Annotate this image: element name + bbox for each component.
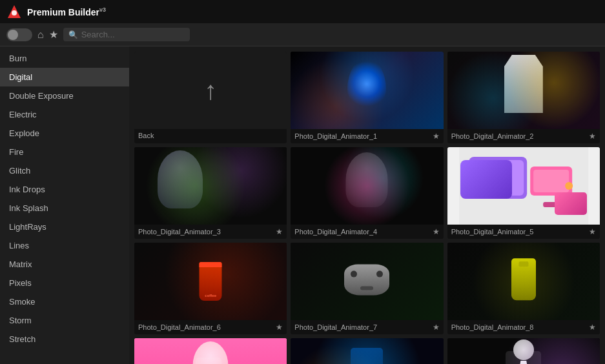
grid-item-thumb-photo-digital-9: [134, 338, 287, 364]
grid-item-label-photo-digital-4: Photo_Digital_Animator_4★: [291, 225, 443, 239]
grid-item-back[interactable]: ↑ Back: [134, 52, 287, 143]
toolbar: ⌂ ★ 🔍: [0, 23, 605, 46]
grid-item-thumb-photo-digital-10: [291, 338, 443, 364]
grid-item-text-photo-digital-1: Photo_Digital_Animator_1: [294, 132, 377, 140]
home-icon[interactable]: ⌂: [37, 29, 44, 41]
sidebar-item-stretch[interactable]: Stretch: [0, 330, 129, 349]
sidebar-item-electric[interactable]: Electric: [0, 105, 129, 124]
grid-item-thumb-photo-digital-5: [447, 147, 600, 225]
grid-item-star-photo-digital-2[interactable]: ★: [589, 132, 596, 141]
grid-item-label-photo-digital-3: Photo_Digital_Animator_3★: [134, 225, 287, 239]
sidebar-item-explode[interactable]: Explode: [0, 124, 129, 143]
grid-item-star-photo-digital-6[interactable]: ★: [276, 323, 283, 332]
grid-item-thumb-photo-digital-7: [291, 243, 443, 320]
grid-item-text-back: Back: [138, 132, 154, 139]
grid-item-label-photo-digital-6: Photo_Digital_Animator_6★: [134, 320, 287, 334]
grid-item-thumb-photo-digital-2: [447, 52, 600, 129]
grid-item-star-photo-digital-5[interactable]: ★: [589, 227, 596, 236]
sidebar: BurnDigitalDouble ExposureElectricExplod…: [0, 46, 129, 364]
grid-item-photo-digital-9[interactable]: Photo_Digital_Animator_9★: [134, 338, 287, 364]
sidebar-item-storm[interactable]: Storm: [0, 311, 129, 330]
grid-item-photo-digital-4[interactable]: Photo_Digital_Animator_4★: [291, 147, 443, 239]
grid-item-photo-digital-3[interactable]: Photo_Digital_Animator_3★: [134, 147, 287, 239]
search-icon: 🔍: [68, 30, 78, 39]
sidebar-item-digital[interactable]: Digital: [0, 68, 129, 86]
grid-item-photo-digital-11[interactable]: Photo_Digital_Animator_11★: [447, 338, 600, 364]
grid-item-photo-digital-10[interactable]: Photo_Digital_Animator_10★: [291, 338, 443, 364]
sidebar-item-light-rays[interactable]: LightRays: [0, 217, 129, 236]
grid-item-thumb-back: ↑: [134, 52, 287, 129]
grid-item-text-photo-digital-4: Photo_Digital_Animator_4: [294, 228, 377, 236]
favorites-icon[interactable]: ★: [49, 28, 58, 41]
content-area: ↑ BackPhoto_Digital_Animator_1★Photo_Dig…: [129, 46, 605, 364]
app-title: Premium Builderv3: [27, 6, 106, 17]
grid-item-thumb-photo-digital-1: [291, 52, 443, 129]
svg-point-8: [565, 182, 573, 190]
grid-item-text-photo-digital-5: Photo_Digital_Animator_5: [451, 228, 534, 236]
grid-item-photo-digital-5[interactable]: Photo_Digital_Animator_5★: [447, 147, 600, 239]
grid-item-photo-digital-1[interactable]: Photo_Digital_Animator_1★: [291, 52, 443, 143]
grid: ↑ BackPhoto_Digital_Animator_1★Photo_Dig…: [134, 52, 600, 364]
app-logo: [6, 4, 22, 19]
sidebar-item-smoke[interactable]: Smoke: [0, 292, 129, 311]
sidebar-item-ink-drops[interactable]: Ink Drops: [0, 180, 129, 199]
search-box: 🔍: [63, 28, 190, 41]
grid-item-star-photo-digital-1[interactable]: ★: [433, 132, 440, 141]
grid-item-star-photo-digital-8[interactable]: ★: [589, 323, 596, 332]
grid-item-photo-digital-8[interactable]: Photo_Digital_Animator_8★: [447, 243, 600, 334]
svg-point-1: [12, 10, 17, 15]
main-area: BurnDigitalDouble ExposureElectricExplod…: [0, 46, 605, 364]
sidebar-item-burn[interactable]: Burn: [0, 49, 129, 68]
grid-item-label-photo-digital-8: Photo_Digital_Animator_8★: [447, 320, 600, 334]
search-input[interactable]: [81, 30, 185, 39]
grid-item-label-back: Back: [134, 129, 287, 142]
grid-item-star-photo-digital-3[interactable]: ★: [276, 227, 283, 236]
toggle-switch[interactable]: [6, 28, 32, 41]
grid-item-photo-digital-6[interactable]: coffee Photo_Digital_Animator_6★: [134, 243, 287, 334]
grid-item-text-photo-digital-6: Photo_Digital_Animator_6: [138, 323, 221, 331]
grid-item-text-photo-digital-7: Photo_Digital_Animator_7: [294, 323, 377, 331]
grid-item-thumb-photo-digital-8: [447, 243, 600, 320]
sidebar-item-pixels[interactable]: Pixels: [0, 274, 129, 292]
svg-rect-6: [533, 170, 569, 192]
grid-item-thumb-photo-digital-6: coffee: [134, 243, 287, 320]
title-bar: Premium Builderv3: [0, 0, 605, 23]
grid-item-thumb-photo-digital-4: [291, 147, 443, 225]
grid-item-label-photo-digital-2: Photo_Digital_Animator_2★: [447, 129, 600, 143]
grid-item-text-photo-digital-8: Photo_Digital_Animator_8: [451, 323, 534, 331]
grid-item-photo-digital-7[interactable]: Photo_Digital_Animator_7★: [291, 243, 443, 334]
grid-item-text-photo-digital-3: Photo_Digital_Animator_3: [138, 228, 221, 236]
grid-item-star-photo-digital-4[interactable]: ★: [433, 227, 440, 236]
sidebar-item-glitch[interactable]: Glitch: [0, 161, 129, 180]
grid-item-label-photo-digital-7: Photo_Digital_Animator_7★: [291, 320, 443, 334]
svg-rect-4: [472, 160, 524, 196]
sidebar-item-lines[interactable]: Lines: [0, 236, 129, 255]
grid-item-label-photo-digital-1: Photo_Digital_Animator_1★: [291, 129, 443, 143]
sidebar-item-matrix[interactable]: Matrix: [0, 255, 129, 274]
grid-item-thumb-photo-digital-3: [134, 147, 287, 225]
sidebar-item-fire[interactable]: Fire: [0, 143, 129, 161]
grid-item-text-photo-digital-2: Photo_Digital_Animator_2: [451, 132, 534, 140]
grid-item-star-photo-digital-7[interactable]: ★: [433, 323, 440, 332]
grid-item-thumb-photo-digital-11: [447, 338, 600, 364]
grid-item-label-photo-digital-5: Photo_Digital_Animator_5★: [447, 225, 600, 239]
sidebar-item-ink-splash[interactable]: Ink Splash: [0, 199, 129, 217]
grid-item-photo-digital-2[interactable]: Photo_Digital_Animator_2★: [447, 52, 600, 143]
svg-rect-7: [543, 202, 559, 207]
sidebar-item-double-exposure[interactable]: Double Exposure: [0, 86, 129, 105]
